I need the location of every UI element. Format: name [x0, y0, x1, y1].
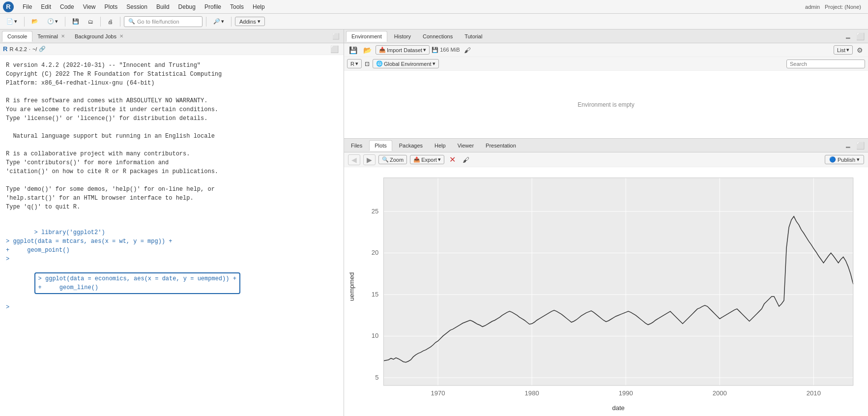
env-gear-icon[interactable]: ⚙ — [855, 45, 865, 55]
find-btn[interactable]: 🔎 ▾ — [210, 17, 228, 26]
env-maximize-btn[interactable]: ⬜ — [855, 32, 866, 40]
tab-viewer[interactable]: Viewer — [453, 141, 479, 150]
chart-svg: 5 10 15 20 25 uempmed 1970 1980 1990 200… — [344, 167, 868, 416]
tab-background-jobs-close[interactable]: ✕ — [119, 33, 123, 39]
cmd-prompt: > — [6, 303, 338, 312]
list-label: List — [837, 47, 845, 53]
console-clear-btn[interactable]: ⬜ — [328, 44, 341, 54]
menu-build[interactable]: Build — [152, 2, 174, 11]
svg-text:25: 25 — [372, 208, 379, 215]
menu-debug[interactable]: Debug — [174, 2, 200, 11]
console-tab-bar: Console Terminal ✕ Background Jobs ✕ ⬜ — [0, 30, 344, 43]
export-dropdown: ▾ — [438, 156, 441, 163]
tab-environment[interactable]: Environment — [346, 31, 387, 42]
new-file-dropdown[interactable]: ▾ — [14, 18, 17, 25]
env-folder-icon[interactable]: 📂 — [361, 45, 374, 55]
plots-panel: Files Plots Packages Help Viewer Present… — [344, 139, 868, 416]
menu-file[interactable]: File — [19, 2, 36, 11]
plot-next-btn[interactable]: ▶ — [363, 154, 376, 165]
tab-terminal-label: Terminal — [37, 33, 58, 39]
env-content: Environment is empty — [344, 71, 868, 138]
menu-code[interactable]: Code — [56, 2, 78, 11]
svg-text:date: date — [612, 404, 624, 412]
new-file-btn[interactable]: 📄 ▾ — [3, 17, 21, 26]
plots-minimize-btn[interactable]: 🗕 — [843, 142, 853, 149]
project-info: Project: (None) — [825, 4, 861, 10]
plot-brush-btn[interactable]: 🖌 — [461, 155, 471, 165]
console-header: R R 4.2.2 · ~/ 🔗 ⬜ — [0, 43, 344, 55]
plot-area: 5 10 15 20 25 uempmed 1970 1980 1990 200… — [344, 167, 868, 416]
menu-session[interactable]: Session — [122, 2, 151, 11]
recent-dropdown[interactable]: ▾ — [55, 18, 58, 25]
publish-btn[interactable]: 🔵 Publish ▾ — [825, 155, 864, 164]
env-brush-icon[interactable]: 🖌 — [462, 45, 473, 55]
tab-files[interactable]: Files — [346, 141, 367, 150]
tab-terminal[interactable]: Terminal ✕ — [32, 31, 70, 41]
plot-prev-btn[interactable]: ◀ — [348, 154, 360, 165]
r-selector[interactable]: R ▾ — [347, 59, 362, 68]
tab-packages-label: Packages — [399, 143, 423, 149]
console-maximize-btn[interactable]: ⬜ — [330, 32, 342, 41]
global-env-selector[interactable]: 🌐 Global Environment ▾ — [373, 59, 439, 68]
global-env-label: Global Environment — [384, 61, 432, 67]
tab-tutorial-label: Tutorial — [464, 33, 482, 39]
goto-field[interactable]: 🔍 Go to file/function — [124, 16, 203, 27]
menu-plots[interactable]: Plots — [101, 2, 122, 11]
goto-label: Go to file/function — [137, 19, 179, 25]
export-btn[interactable]: 📤 Export ▾ — [410, 155, 444, 164]
env-search-input[interactable] — [786, 59, 865, 68]
list-view-btn[interactable]: List ▾ — [834, 45, 853, 55]
addins-btn[interactable]: Addins ▾ — [235, 17, 265, 26]
env-minimize-btn[interactable]: 🗕 — [843, 32, 853, 40]
svg-text:2000: 2000 — [713, 389, 727, 397]
save-btn[interactable]: 💾 — [69, 17, 83, 26]
svg-text:1980: 1980 — [525, 389, 539, 397]
memory-usage: 💾 166 MiB — [432, 47, 460, 53]
svg-rect-1 — [383, 178, 853, 386]
env-empty-msg: Environment is empty — [578, 101, 634, 108]
menu-help[interactable]: Help — [249, 2, 269, 11]
list-dropdown: ▾ — [846, 47, 849, 53]
import-dataset-btn[interactable]: 📥 Import Dataset ▾ — [376, 45, 430, 55]
print-btn[interactable]: 🖨 — [104, 17, 116, 26]
menu-view[interactable]: View — [79, 2, 100, 11]
import-label: Import Dataset — [387, 47, 422, 53]
memory-icon: 💾 — [432, 47, 438, 53]
find-dropdown[interactable]: ▾ — [221, 18, 224, 25]
tab-packages[interactable]: Packages — [394, 141, 428, 150]
plots-maximize-btn[interactable]: ⬜ — [855, 142, 866, 149]
tab-background-jobs[interactable]: Background Jobs ✕ — [70, 31, 128, 41]
separator-5 — [206, 17, 206, 27]
zoom-btn[interactable]: 🔍 Zoom — [378, 155, 407, 164]
open-file-btn[interactable]: 📂 — [28, 17, 42, 26]
export-label: Export — [421, 157, 437, 163]
tab-terminal-close[interactable]: ✕ — [61, 33, 65, 39]
menu-profile[interactable]: Profile — [201, 2, 225, 11]
tab-help[interactable]: Help — [430, 141, 451, 150]
tab-tutorial[interactable]: Tutorial — [460, 31, 487, 41]
tab-history-label: History — [394, 33, 411, 39]
plots-content-bar: ◀ ▶ 🔍 Zoom 📤 Export ▾ ✕ 🖌 🔵 Publish ▾ — [344, 152, 868, 167]
tab-console[interactable]: Console — [2, 31, 32, 42]
console-version: R 4.2.2 — [9, 46, 27, 52]
console-area[interactable]: R version 4.2.2 (2022-10-31) -- "Innocen… — [0, 55, 344, 416]
recent-files-btn[interactable]: 🕐 ▾ — [44, 17, 61, 26]
goto-icon: 🔍 — [128, 18, 135, 25]
console-startup-text: R version 4.2.2 (2022-10-31) -- "Innocen… — [2, 57, 342, 215]
tab-connections[interactable]: Connections — [418, 31, 458, 41]
cmd-library: > library('ggplot2') > ggplot(data = mtc… — [6, 229, 172, 263]
svg-text:uempmed: uempmed — [348, 272, 355, 301]
tab-plots[interactable]: Plots — [369, 140, 392, 151]
menu-edit[interactable]: Edit — [37, 2, 55, 11]
svg-text:10: 10 — [372, 332, 379, 340]
tab-background-jobs-label: Background Jobs — [75, 33, 116, 39]
tab-history[interactable]: History — [389, 31, 416, 41]
separator-3 — [100, 17, 101, 27]
menu-tools[interactable]: Tools — [226, 2, 248, 11]
plot-delete-btn[interactable]: ✕ — [447, 154, 458, 165]
svg-text:5: 5 — [375, 374, 378, 381]
save-all-btn[interactable]: 🗂 — [85, 17, 97, 26]
svg-text:2010: 2010 — [807, 389, 821, 397]
tab-presentation[interactable]: Presentation — [481, 141, 521, 150]
env-save-icon[interactable]: 💾 — [347, 45, 359, 55]
